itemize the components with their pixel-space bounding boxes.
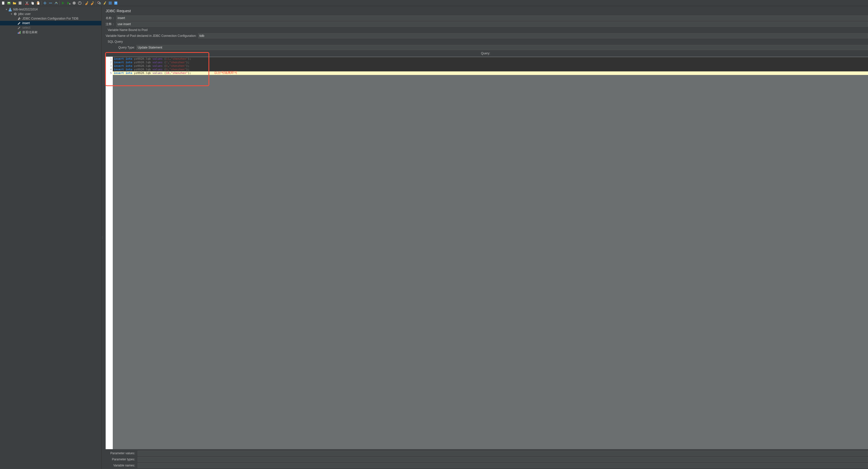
code-area[interactable]: insert into yz0920.lqb values (11,"shenz… [113,57,868,449]
panel-title: JDBC Request [103,6,868,15]
svg-rect-5 [19,3,21,4]
tree-results-tree[interactable]: 察看结果树 [0,30,101,34]
query-header: Query: [103,51,868,56]
wrench-icon [17,17,21,21]
svg-rect-2 [7,2,10,4]
editor-pane: JDBC Request 名称： 注释： Variable Name Bound… [103,6,868,469]
svg-rect-19 [80,2,80,3]
param-types-label: Parameter types: [108,458,136,461]
svg-rect-3 [8,2,10,3]
chevron-down-icon[interactable]: ▾ [5,8,8,11]
help-icon[interactable]: ? [113,0,119,6]
name-input[interactable] [116,16,868,21]
shutdown-icon[interactable] [77,0,83,6]
name-label: 名称： [106,16,115,20]
chart-icon [17,30,21,34]
svg-rect-31 [18,32,19,34]
gear-icon [13,12,17,16]
row-name: 名称： [103,15,868,21]
code-line[interactable]: insert into yz0920.lqb values (11,"shenz… [113,57,868,61]
svg-point-23 [105,1,106,2]
toggle-icon[interactable] [53,0,59,6]
paste-icon[interactable] [35,0,41,6]
chevron-down-icon[interactable]: ▾ [10,13,13,15]
svg-rect-33 [20,31,21,34]
tree-label: tidb-test20221014 [13,8,38,11]
svg-rect-24 [109,2,112,2]
run-icon[interactable] [60,0,66,6]
row-pool: Variable Name of Pool declared in JDBC C… [103,33,868,39]
row-param-types: Parameter types: [106,456,868,462]
code-line[interactable]: insert into yz0920.lqb values (8,"shenzh… [113,64,868,68]
toolbar-separator [23,1,24,5]
toolbar-separator [95,1,96,5]
clear-all-icon[interactable] [89,0,95,6]
clear-icon[interactable] [84,0,89,6]
pool-input[interactable] [198,33,868,38]
param-values-label: Parameter values: [108,451,136,455]
tree-label: jdbc user [18,12,31,16]
flask-icon [8,7,12,11]
toolbar-separator [59,1,60,5]
svg-rect-6 [19,2,21,3]
pencil-icon [17,21,21,25]
code-line[interactable]: insert into yz0920.lqb values (7,"shenzh… [113,61,868,64]
svg-rect-13 [38,3,39,5]
var-names-input[interactable] [137,463,868,468]
svg-marker-15 [67,2,70,5]
var-bound-label: Variable Name Bound to Pool [103,27,868,33]
sql-query-section: SQL Query [103,39,868,45]
tree-label: 察看结果树 [22,30,38,34]
svg-rect-16 [69,3,70,5]
tree-label: JDBC Connection Configuration For TiDB [22,17,79,20]
open-icon[interactable] [12,0,17,6]
svg-point-30 [15,13,16,14]
remove-icon[interactable] [48,0,53,6]
svg-rect-10 [32,2,34,5]
var-names-label: Variable names: [108,464,136,467]
annotation-text: 以分号隔离即可 [214,70,238,75]
pool-label: Variable Name of Pool declared in JDBC C… [106,34,196,38]
row-var-names: Variable names: [106,462,868,468]
comment-label: 注释： [106,22,115,26]
main-toolbar: ? [0,0,868,6]
tree-threadgroup[interactable]: ▾ jdbc user [0,12,101,16]
tree-jdbc-request-insert[interactable]: insert [0,21,101,25]
options-icon[interactable] [107,0,113,6]
svg-point-20 [87,2,88,3]
svg-point-17 [73,2,76,5]
function-helper-icon[interactable] [102,0,107,6]
tree-testplan[interactable]: ▾ tidb-test20221014 [0,7,101,12]
test-plan-tree[interactable]: ▾ tidb-test20221014 ▾ jdbc user JDBC Con… [0,6,101,469]
tree-label: select [22,26,30,29]
toolbar-separator [83,1,83,5]
svg-rect-26 [109,4,112,4]
stop-icon[interactable] [71,0,77,6]
main-area: ▾ tidb-test20221014 ▾ jdbc user JDBC Con… [0,6,868,469]
new-file-icon[interactable] [1,0,6,6]
query-type-label: Query Type: [118,46,135,49]
row-query-type: Query Type: [103,45,868,51]
templates-icon[interactable] [6,0,12,6]
cut-icon[interactable] [24,0,30,6]
search-icon[interactable] [96,0,102,6]
drag-dots-icon: ··· [102,236,103,239]
svg-text:?: ? [115,2,117,5]
svg-rect-25 [109,3,112,3]
tree-jdbc-request-select[interactable]: select [0,25,101,30]
query-type-select[interactable] [136,45,868,50]
tree-jdbc-config[interactable]: JDBC Connection Configuration For TiDB [0,16,101,21]
svg-marker-14 [62,2,64,5]
comment-input[interactable] [116,22,868,27]
toolbar-separator [41,1,42,5]
bottom-form: Parameter values: Parameter types: Varia… [103,449,868,469]
add-icon[interactable] [42,0,48,6]
run-nogui-icon[interactable] [66,0,71,6]
save-icon[interactable] [17,0,23,6]
param-types-input[interactable] [137,457,868,462]
pencil-icon [17,26,21,30]
sql-editor[interactable]: 1 2 3 4 5 insert into yz0920.lqb values … [106,57,868,449]
param-values-input[interactable] [137,451,868,456]
row-comment: 注释： [103,21,868,27]
copy-icon[interactable] [30,0,35,6]
